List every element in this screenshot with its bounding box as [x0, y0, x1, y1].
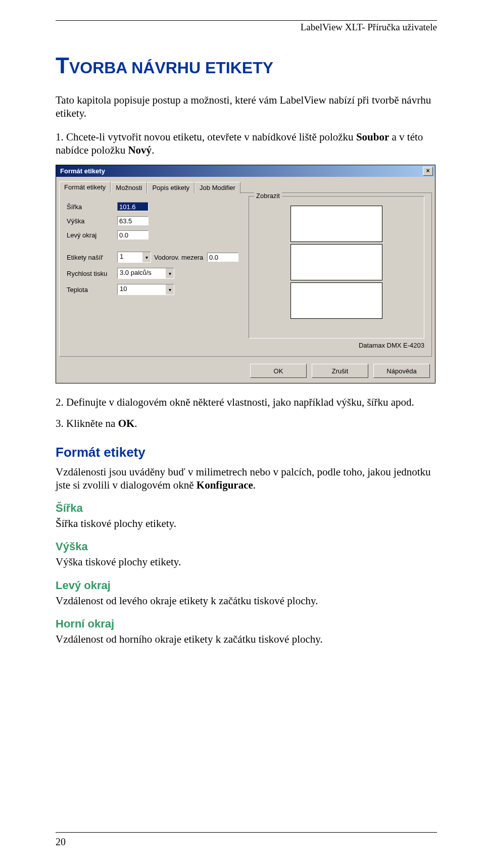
intro-paragraph: Tato kapitola popisuje postup a možnosti… [56, 93, 437, 120]
combo-teplota[interactable]: 10 [117, 284, 174, 295]
help-button[interactable]: Nápověda [373, 364, 430, 378]
label-sirka: Šířka [67, 203, 117, 211]
label-rychlost-tisku: Rychlost tisku [67, 270, 117, 277]
input-sirka[interactable]: 101.6 [117, 202, 149, 211]
dialog-body: Šířka 101.6 Výška 63.5 Levý okraj 0.0 Et… [59, 193, 432, 357]
title-first-letter: T [56, 53, 69, 78]
step-1: 1. Chcete-li vytvořit novou etiketu, ote… [56, 130, 437, 157]
heading-vyska: Výška [56, 540, 437, 553]
text-sirka: Šířka tiskové plochy etikety. [56, 517, 437, 530]
dialog-button-row: OK Zrušit Nápověda [56, 361, 435, 383]
label-levy-okraj: Levý okraj [67, 231, 117, 239]
heading-horni-okraj: Horní okraj [56, 617, 437, 631]
dialog-tabs: Formát etikety Možnosti Popis etikety Jo… [59, 181, 432, 193]
heading-sirka: Šířka [56, 502, 437, 515]
preview-label-rect [290, 206, 382, 242]
preview-label-rect [290, 282, 382, 319]
footer-rule [56, 832, 437, 833]
dialog-format-etikety: Formát etikety × Formát etikety Možnosti… [56, 165, 435, 383]
cancel-button[interactable]: Zrušit [312, 364, 368, 378]
preview-labels [290, 206, 382, 319]
format-paragraph: Vzdálenosti jsou uváděny buď v milimetre… [56, 465, 437, 492]
tab-popis-etikety[interactable]: Popis etikety [147, 182, 195, 194]
close-icon[interactable]: × [423, 167, 433, 176]
preview-label-rect [290, 244, 382, 280]
chevron-down-icon [142, 252, 151, 262]
step-3: 3. Klikněte na OK. [56, 417, 437, 430]
input-vyska[interactable]: 63.5 [117, 216, 149, 225]
combo-rychlost-tisku[interactable]: 3.0 palců/s [117, 268, 174, 279]
text-vyska: Výška tiskové plochy etikety. [56, 555, 437, 568]
title-rest: VORBA NÁVRHU ETIKETY [69, 59, 273, 77]
chevron-down-icon [165, 268, 174, 278]
printer-name: Datamax DMX E-4203 [249, 342, 424, 349]
dialog-right-column: Zobrazit Datamax DMX E-4203 [238, 202, 424, 349]
page-number: 20 [56, 836, 66, 848]
input-levy-okraj[interactable]: 0.0 [117, 230, 149, 239]
tab-format-etikety[interactable]: Formát etikety [59, 181, 111, 193]
preview-group: Zobrazit [249, 196, 424, 339]
text-levy-okraj: Vzdálenost od levého okraje etikety k za… [56, 594, 437, 607]
page-title: TVORBA NÁVRHU ETIKETY [56, 53, 437, 78]
header-running-title: LabelView XLT- Příručka uživatele [56, 22, 437, 33]
text-horni-okraj: Vzdálenost od horního okraje etikety k z… [56, 633, 437, 646]
ok-button[interactable]: OK [250, 364, 307, 378]
preview-legend: Zobrazit [254, 192, 282, 200]
dialog-titlebar: Formát etikety × [56, 165, 435, 177]
chevron-down-icon [165, 284, 174, 295]
step-2: 2. Definujte v dialogovém okně některé v… [56, 396, 437, 409]
tab-moznosti[interactable]: Možnosti [111, 182, 147, 194]
label-teplota: Teplota [67, 286, 117, 294]
header-rule [56, 20, 437, 21]
tab-job-modifier[interactable]: Job Modifier [195, 182, 240, 194]
input-vodorov-mezera[interactable]: 0.0 [207, 253, 238, 262]
label-vyska: Výška [67, 217, 117, 225]
label-vodorov-mezera: Vodorov. mezera [151, 254, 207, 261]
heading-levy-okraj: Levý okraj [56, 579, 437, 592]
section-format-etikety: Formát etikety [56, 445, 437, 460]
dialog-left-column: Šířka 101.6 Výška 63.5 Levý okraj 0.0 Et… [67, 202, 238, 349]
combo-etikety-nasir[interactable]: 1 [117, 252, 151, 263]
label-etikety-nasir: Etikety našíř [67, 254, 117, 261]
dialog-title: Formát etikety [58, 167, 105, 175]
